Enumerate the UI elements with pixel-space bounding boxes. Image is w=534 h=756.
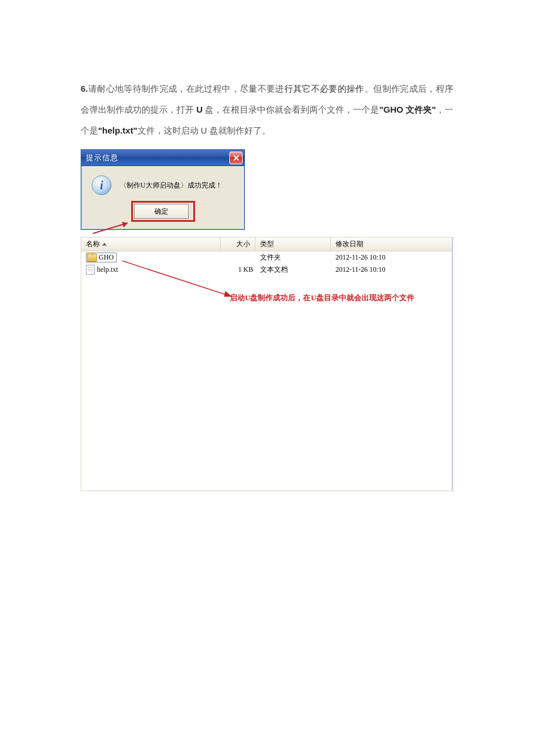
step-number: 6. bbox=[81, 84, 88, 93]
ok-button[interactable]: 确定 bbox=[134, 204, 189, 219]
file-date: 2012-11-26 10:10 bbox=[331, 264, 453, 276]
annotation-text: 启动U盘制作成功后，在U盘目录中就会出现这两个文件 bbox=[230, 293, 414, 303]
dialog-titlebar: 提示信息 bbox=[81, 150, 244, 166]
annotation-arrow-icon bbox=[93, 217, 134, 235]
ok-button-label: 确定 bbox=[154, 207, 168, 217]
file-size: 1 KB bbox=[221, 264, 255, 276]
svg-line-0 bbox=[93, 223, 128, 233]
column-header-date[interactable]: 修改日期 bbox=[331, 237, 453, 251]
ok-button-highlight: 确定 bbox=[131, 201, 195, 222]
column-header-name[interactable]: 名称 bbox=[81, 237, 221, 251]
file-name: help.txt bbox=[97, 265, 118, 274]
close-button[interactable] bbox=[229, 152, 243, 164]
file-explorer: 名称 大小 类型 修改日期 GHO 文件夹 2012-11- bbox=[81, 237, 453, 491]
dialog-title: 提示信息 bbox=[86, 153, 118, 163]
file-type: 文件夹 bbox=[255, 251, 331, 264]
info-icon: i bbox=[92, 175, 111, 195]
column-header-size[interactable]: 大小 bbox=[221, 237, 255, 251]
file-type: 文本文档 bbox=[255, 264, 331, 276]
text-file-icon bbox=[86, 265, 95, 275]
dialog-message: 〈制作U大师启动盘〉成功完成！ bbox=[120, 181, 222, 190]
svg-marker-1 bbox=[122, 222, 128, 228]
close-icon bbox=[233, 155, 239, 161]
table-row[interactable]: help.txt 1 KB 文本文档 2012-11-26 10:10 bbox=[81, 264, 452, 276]
table-row[interactable]: GHO 文件夹 2012-11-26 10:10 bbox=[81, 251, 452, 264]
instruction-text: 6.请耐心地等待制作完成，在此过程中，尽量不要进行其它不必要的操作。但制作完成后… bbox=[81, 78, 453, 141]
folder-icon bbox=[87, 254, 97, 262]
message-dialog: 提示信息 i 〈制作U大师启动盘〉成功完成！ 确定 bbox=[81, 149, 245, 230]
column-header-row: 名称 大小 类型 修改日期 bbox=[81, 237, 452, 251]
file-size bbox=[221, 251, 255, 264]
sort-ascending-icon bbox=[102, 243, 107, 246]
file-date: 2012-11-26 10:10 bbox=[331, 251, 453, 264]
file-name: GHO bbox=[99, 253, 114, 262]
column-header-type[interactable]: 类型 bbox=[255, 237, 331, 251]
